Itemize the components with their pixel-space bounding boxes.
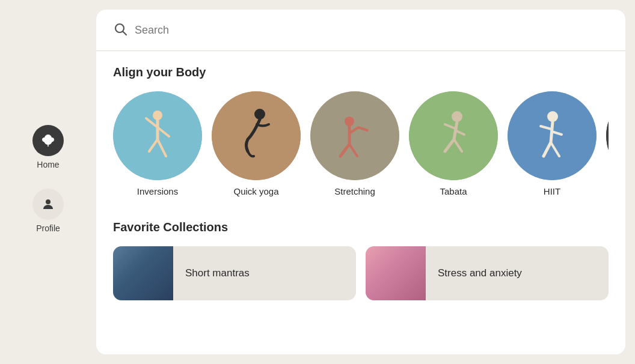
collection-stress-anxiety[interactable]: Stress and anxiety <box>366 246 609 300</box>
quickyoga-thumb <box>212 91 301 180</box>
svg-point-19 <box>606 91 609 180</box>
align-section: Align your Body <box>96 51 625 206</box>
prenatal-illustration <box>606 91 609 180</box>
sidebar-item-profile[interactable]: Profile <box>0 184 96 238</box>
collection-short-mantras[interactable]: Short mantras <box>113 246 356 300</box>
home-label: Home <box>37 160 59 169</box>
hiit-label: HIIT <box>544 186 560 196</box>
search-icon <box>113 22 127 38</box>
stretching-illustration <box>310 91 399 180</box>
quickyoga-illustration <box>212 91 301 180</box>
svg-point-1 <box>46 199 51 204</box>
profile-icon <box>41 197 55 211</box>
quickyoga-label: Quick yoga <box>233 186 278 196</box>
collections-section: Favorite Collections <box>96 206 625 246</box>
inversions-thumb <box>113 91 202 180</box>
main-content: Align your Body <box>96 10 625 354</box>
sidebar-item-home[interactable]: Home <box>0 120 96 174</box>
tabata-thumb <box>409 91 498 180</box>
app-container: Home Profile <box>0 0 635 364</box>
search-input[interactable] <box>135 24 609 37</box>
svg-point-11 <box>212 91 301 180</box>
inversions-label: Inversions <box>137 186 178 196</box>
hiit-illustration <box>508 91 597 180</box>
category-hiit[interactable]: HIIT <box>508 91 597 196</box>
sidebar: Home Profile <box>0 0 96 364</box>
short-mantras-thumb <box>113 246 173 300</box>
categories-row: Inversions Quick yoga <box>113 91 609 196</box>
profile-label: Profile <box>36 223 60 233</box>
inversions-illustration <box>113 91 202 180</box>
category-prenatal[interactable]: Pre-nat... <box>606 91 609 196</box>
svg-point-12 <box>254 109 265 120</box>
svg-point-18 <box>547 111 558 122</box>
tabata-label: Tabata <box>440 186 467 196</box>
category-inversions[interactable]: Inversions <box>113 91 202 196</box>
short-mantras-title: Short mantras <box>173 267 356 279</box>
svg-line-3 <box>123 32 127 35</box>
stretching-label: Stretching <box>334 186 375 196</box>
align-section-title: Align your Body <box>113 65 609 79</box>
stress-anxiety-thumb <box>366 246 426 300</box>
svg-point-13 <box>310 91 399 180</box>
home-icon-circle <box>32 125 64 156</box>
category-tabata[interactable]: Tabata <box>409 91 498 196</box>
tabata-illustration <box>409 91 498 180</box>
category-stretching[interactable]: Stretching <box>310 91 399 196</box>
category-quick-yoga[interactable]: Quick yoga <box>212 91 301 196</box>
collections-row: Short mantras Stress and anxiety <box>96 246 625 300</box>
stretching-thumb <box>310 91 399 180</box>
prenatal-thumb <box>606 91 609 180</box>
stress-anxiety-title: Stress and anxiety <box>426 267 609 279</box>
svg-point-16 <box>452 111 462 122</box>
home-lotus-icon <box>41 133 55 148</box>
hiit-thumb <box>508 91 597 180</box>
collections-section-title: Favorite Collections <box>113 220 609 234</box>
search-bar <box>96 10 625 51</box>
profile-icon-circle <box>32 189 64 220</box>
